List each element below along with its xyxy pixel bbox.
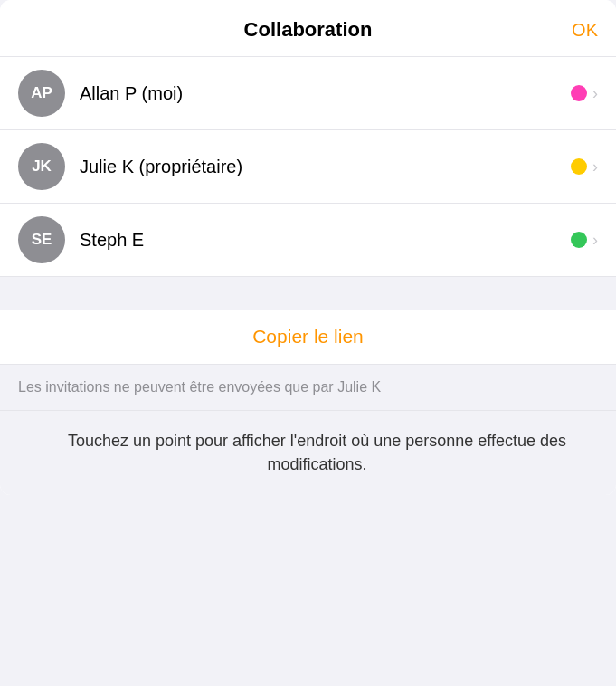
ok-button[interactable]: OK: [572, 20, 598, 41]
user-name-ap: Allan P (moi): [80, 83, 571, 104]
avatar-ap: AP: [18, 70, 65, 117]
user-row-jk[interactable]: JK Julie K (propriétaire) ›: [0, 130, 616, 204]
color-dot-se: [571, 232, 587, 248]
chevron-se: ›: [592, 231, 598, 250]
user-row-right-ap: ›: [571, 84, 598, 103]
color-dot-ap: [571, 85, 587, 101]
user-row-se[interactable]: SE Steph E ›: [0, 204, 616, 277]
copy-link-section: Copier le lien: [0, 310, 616, 365]
color-dot-jk: [571, 158, 587, 175]
info-section: Les invitations ne peuvent être envoyées…: [0, 365, 616, 411]
user-row-ap[interactable]: AP Allan P (moi) ›: [0, 57, 616, 130]
user-name-jk: Julie K (propriétaire): [80, 157, 571, 177]
info-text: Les invitations ne peuvent être envoyées…: [18, 377, 598, 397]
avatar-se: SE: [18, 216, 65, 263]
user-row-right-jk: ›: [571, 157, 598, 176]
tooltip-connector-line: [583, 240, 583, 439]
modal-title: Collaboration: [244, 18, 373, 42]
user-row-right-se: ›: [571, 231, 598, 250]
modal-header: Collaboration OK: [0, 0, 616, 57]
collaboration-modal: Collaboration OK AP Allan P (moi) › JK J…: [0, 0, 616, 495]
chevron-ap: ›: [592, 84, 598, 103]
user-name-se: Steph E: [80, 230, 571, 251]
avatar-jk: JK: [18, 143, 65, 190]
user-list: AP Allan P (moi) › JK Julie K (propriéta…: [0, 57, 616, 277]
tooltip-text: Touchez un point pour afficher l'endroit…: [36, 429, 598, 476]
chevron-jk: ›: [592, 157, 598, 176]
section-gap: [0, 277, 616, 310]
copy-link-button[interactable]: Copier le lien: [252, 326, 364, 348]
tooltip-section: Touchez un point pour afficher l'endroit…: [0, 411, 616, 494]
